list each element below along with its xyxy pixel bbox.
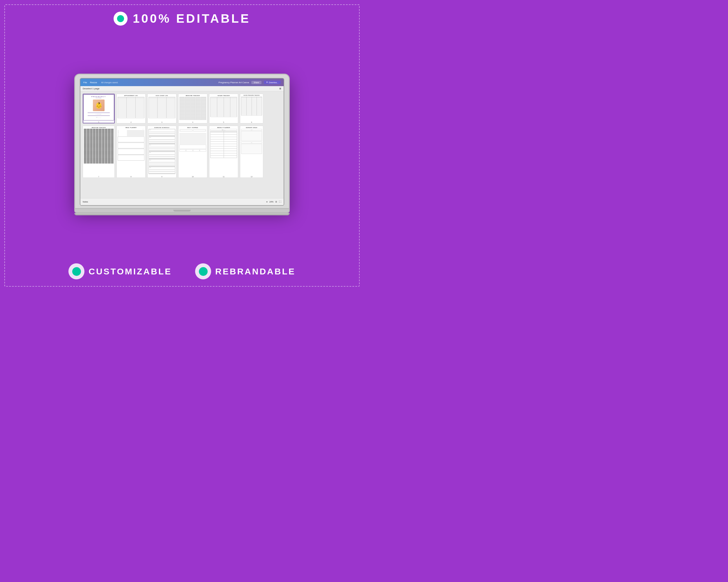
rebrandable-feature: REBRANDABLE	[195, 264, 295, 279]
page-num-11: 11	[223, 176, 225, 177]
medicine-tracker-grid2	[84, 129, 113, 164]
weekly-planner-content: Week: ______	[210, 129, 237, 158]
page-num-4: 4	[192, 121, 193, 123]
notes-label[interactable]: Notes	[83, 201, 88, 203]
download-button[interactable]: ⬇ Downloa...	[264, 81, 281, 84]
rebrandable-icon	[195, 264, 211, 279]
laptop-notch	[173, 210, 191, 212]
kick-count-table	[149, 97, 175, 118]
page-title-11: WEEKLY PLANNER	[217, 127, 230, 128]
page-thumb-2[interactable]: APPOINTMENT LOG	[116, 94, 146, 123]
zoom-level[interactable]: 24%	[269, 201, 274, 203]
page-row-2: MEDICINE TRACKER	[83, 126, 281, 178]
page-num-5: 5	[223, 121, 224, 123]
page-title-8: MEAL PLANNER	[126, 127, 136, 128]
page-title-4: MEDICINE TRACKER	[186, 95, 200, 96]
cover-subtitle: JOURNAL	[96, 98, 102, 99]
page-thumb-1[interactable]: PREGNANCY JOURNAL My Journal Begins... N…	[83, 94, 115, 123]
page-num-8: 8	[130, 176, 131, 177]
laptop-screen-body: File Resize All changes saved. Pregnancy…	[74, 74, 290, 209]
page-title-5: SUGAR TRACKER	[217, 95, 230, 96]
deselect-bar: Deselect 1 page ⊞	[80, 86, 284, 91]
medicine-tracker-grid	[179, 97, 206, 120]
page-row-1: PREGNANCY JOURNAL My Journal Begins... N…	[83, 94, 281, 123]
editable-icon	[113, 11, 128, 26]
grid-icon[interactable]: ⊞	[275, 200, 277, 203]
share-button[interactable]: Share	[251, 81, 261, 84]
page-num-3: 3	[161, 121, 162, 123]
laptop-stand	[74, 213, 290, 215]
main-heading: 100% EDITABLE	[133, 11, 251, 26]
page-title-2: APPOINTMENT LOG	[124, 95, 138, 96]
zoom-dot: ●	[266, 200, 268, 203]
sugar-tracker-table	[210, 97, 237, 117]
cover-line-1	[88, 113, 110, 113]
page-thumb-7[interactable]: MEDICINE TRACKER	[83, 126, 115, 178]
page-thumb-12[interactable]: NURSERY IDEAS Notes Items 12	[240, 126, 263, 178]
page-title-7: MEDICINE TRACKER	[92, 127, 106, 128]
cover-line-text: My Journal Begins...	[96, 114, 102, 115]
bp-tracker-table	[241, 96, 262, 115]
customizable-label: CUSTOMIZABLE	[88, 267, 172, 276]
file-menu[interactable]: File	[83, 81, 87, 84]
doc-title: Pregnancy Planner A4 Canva	[218, 81, 249, 84]
customizable-feature: CUSTOMIZABLE	[69, 264, 172, 279]
page-title-12: NURSERY IDEAS	[246, 127, 257, 128]
page-num-10: 10	[192, 176, 194, 177]
page-num-7: 7	[98, 176, 99, 177]
page-title-3: KICK COUNT LOG	[156, 95, 168, 96]
page-thumb-6[interactable]: BLOOD PRESSURE TRACKER	[240, 94, 263, 123]
page-num-2: 2	[130, 121, 131, 123]
laptop-screen: File Resize All changes saved. Pregnancy…	[80, 78, 284, 206]
page-num-1: 1	[98, 121, 99, 123]
page-title-6: BLOOD PRESSURE TRACKER	[244, 95, 260, 96]
deselect-text[interactable]: Deselect 1 page	[83, 87, 100, 90]
page-num-9: 9	[161, 176, 162, 177]
cover-image	[93, 100, 105, 111]
canvas-bottom-bar: Notes ● 24% ⊞ ⛶	[80, 198, 284, 205]
canvas-area: Deselect 1 page ⊞ PREGNANCY JOURNAL	[80, 86, 284, 198]
saved-indicator: All changes saved.	[101, 82, 118, 84]
nursery-ideas-content: Notes Items	[241, 129, 262, 154]
meal-planner-content: ☐ ☐ ☐ Mon Tue	[118, 129, 145, 161]
cover-line-2	[88, 115, 110, 116]
toolbar-right: Pregnancy Planner A4 Canva Share ⬇ Downl…	[218, 81, 281, 84]
laptop-base	[74, 209, 290, 213]
pages-grid: PREGNANCY JOURNAL My Journal Begins... N…	[80, 91, 284, 196]
rebrandable-label: REBRANDABLE	[215, 267, 295, 276]
bottom-section: CUSTOMIZABLE REBRANDABLE	[69, 264, 295, 279]
laptop-mockup: File Resize All changes saved. Pregnancy…	[74, 74, 290, 215]
page-thumb-10[interactable]: DAILY JOURNAL	[178, 126, 207, 178]
canva-toolbar: File Resize All changes saved. Pregnancy…	[80, 79, 284, 86]
download-icon: ⬇	[266, 81, 268, 84]
exercise-schedule-content: Section Section Section	[149, 129, 175, 174]
page-thumb-4[interactable]: MEDICINE TRACKER	[178, 94, 207, 123]
page-thumb-5[interactable]: SUGAR TRACKER	[209, 94, 238, 123]
customizable-icon	[69, 264, 84, 279]
expand-icon[interactable]: ⛶	[279, 200, 281, 203]
zoom-controls: ● 24% ⊞ ⛶	[266, 200, 281, 203]
resize-menu[interactable]: Resize	[90, 81, 97, 84]
page-title-10: DAILY JOURNAL	[187, 127, 199, 128]
page-thumb-8[interactable]: MEAL PLANNER ☐ ☐ ☐ Mon Tue	[116, 126, 146, 178]
page-num-6: 6	[251, 121, 252, 123]
page-thumb-11[interactable]: WEEKLY PLANNER Week: ______	[209, 126, 238, 178]
page-num-12: 12	[251, 176, 253, 177]
page-title-9: EXERCISE SCHEDULE	[154, 127, 170, 128]
deselect-icon: ⊞	[279, 87, 281, 90]
appointment-table	[118, 97, 145, 118]
page-thumb-9[interactable]: EXERCISE SCHEDULE Section Section	[147, 126, 177, 178]
page-thumb-3[interactable]: KICK COUNT LOG	[147, 94, 177, 123]
daily-journal-content	[179, 129, 206, 151]
top-section: 100% EDITABLE	[113, 11, 251, 26]
cover-fields: Name: ___________ Date: ___________	[96, 117, 102, 118]
